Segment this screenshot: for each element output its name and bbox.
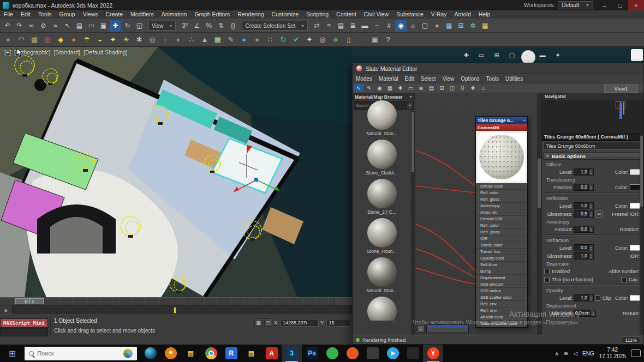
wrench-icon[interactable]: ✦ [553,51,562,59]
target-icon[interactable]: ◎ [317,34,329,45]
gray-sphere-icon[interactable]: ● [251,34,263,45]
vray-check-icon[interactable]: ✔ [290,34,302,45]
timeline[interactable]: 0 / 1 [0,297,352,305]
render-setup-icon[interactable]: ☼ [407,20,419,32]
select-object-icon[interactable]: ↖ [62,20,73,32]
network-icon[interactable]: ≋ [564,351,568,357]
taskbar-app-dark-2[interactable] [403,345,423,362]
sheet-icon[interactable]: ▯ [343,34,355,45]
red-book-icon[interactable]: ▥ [41,34,53,45]
taskbar-app-telegram[interactable]: ➤ [383,345,403,362]
light-lister-icon[interactable]: ✦ [303,34,315,45]
language-indicator[interactable]: ENG [582,351,594,357]
node-slot[interactable]: Opacity color [476,255,527,262]
corona-sphere-icon[interactable]: ● [2,34,14,45]
maximize-button[interactable]: □ [612,0,628,10]
curve-editor-icon[interactable]: ~ [371,20,383,32]
camera-icon[interactable]: ▣ [369,34,381,45]
taskbar-app-chrome[interactable] [201,345,221,362]
percent-snap-icon[interactable]: % [203,20,214,32]
reflection-level-spinner[interactable]: 1,0▴▾ [574,202,594,209]
editor-menu-item[interactable]: Modes [353,74,375,83]
node-slot[interactable]: Refl. color [476,190,527,196]
redo-icon[interactable]: ↷ [14,20,25,32]
assign-material-icon[interactable]: ✚ [396,84,405,92]
bind-to-space-warp-icon[interactable]: ≈ [50,20,61,32]
menu-item[interactable]: Help [475,10,494,18]
time-slider[interactable]: 0 / 1 [15,298,44,304]
slot-socket[interactable] [476,185,477,188]
clip-checkbox[interactable] [595,295,600,301]
menu-item[interactable]: Animation [158,10,191,18]
slot-socket[interactable] [476,283,477,286]
message-icon[interactable]: ▬ [538,51,547,59]
workspaces-dropdown[interactable]: Default▼ [558,1,593,9]
umbrella-icon[interactable]: ☂ [81,34,93,45]
keyframe-marker[interactable] [174,307,176,313]
menu-item[interactable]: Substance [392,10,427,18]
edit-named-selection-sets-icon[interactable]: {} [227,20,238,32]
x-coordinate-field[interactable]: 14265,207r [281,319,319,327]
align-icon[interactable]: ≡ [323,20,335,32]
menu-item[interactable]: Views [79,10,102,18]
node-graph-view[interactable]: Tiles Grunge 6... − CoronaMtl Diffuse co… [415,93,541,335]
unlink-selection-icon[interactable]: ⊘ [38,20,49,32]
grid-object-icon[interactable]: ▦ [212,34,224,45]
node-slot[interactable]: Self-illum. [476,262,527,268]
marquee-icon[interactable]: ▭ [477,51,486,59]
tree-icon[interactable]: ♣ [330,34,342,45]
taskbar-app-r[interactable]: R [221,345,241,362]
node-slot[interactable]: Anisotropy [476,203,527,209]
zoom-extents-icon[interactable]: ⌂ [479,84,488,92]
menu-item[interactable]: Create [102,10,127,18]
node-slot[interactable]: Refl. env. [476,301,527,307]
node-slot[interactable]: Volume scatter color [476,321,527,327]
menu-item[interactable]: Customize [268,10,303,18]
crate-icon[interactable]: ▩ [28,34,40,45]
material-list-item[interactable]: Stone_Claddi... [353,136,411,176]
track-bar[interactable]: ≡ [0,305,352,315]
select-and-move-icon[interactable]: ✚ [110,20,121,32]
menu-item[interactable]: Arnold [450,10,474,18]
ribbon-toggle-icon[interactable]: ▬ [359,20,371,32]
scatter-icon[interactable]: ∴ [186,34,198,45]
material-editor-icon[interactable]: ◉ [395,20,407,32]
menu-item[interactable]: V-Ray [427,10,451,18]
editor-menu-item[interactable]: Material [375,74,402,83]
select-by-name-icon[interactable]: ▤ [74,20,85,32]
slot-socket[interactable] [476,250,477,254]
taskbar-app-3dsmax[interactable]: 3 [282,345,302,362]
node-slot[interactable]: Transl. color [476,242,527,249]
taskbar-app-orange-circle[interactable] [342,345,362,362]
menu-item[interactable]: Rendering [234,10,267,18]
basic-options-rollout[interactable]: ▼ Basic options [543,152,642,160]
view1-tab[interactable]: View1 [604,85,638,93]
graph-scrollbar[interactable] [537,93,541,335]
snowflake-icon[interactable]: ❄ [133,34,145,45]
ceiling-light-icon[interactable]: ◒ [94,34,106,45]
select-and-scale-icon[interactable]: ◱ [134,20,145,32]
refresh-icon[interactable]: ↻ [277,34,289,45]
taskbar-app-dark[interactable] [362,345,383,362]
node-slot[interactable]: IOR [476,236,527,242]
add-view-icon[interactable]: ✚ [462,51,470,59]
menu-item[interactable]: Graph Editors [190,10,234,18]
viewport-label-segment[interactable]: [Default Shading] [84,49,128,56]
clock[interactable]: 7:42 17.11.2025 [599,347,626,360]
node-slot[interactable]: Aniso rot. [476,209,527,216]
feather-icon[interactable]: ✎ [225,34,237,45]
node-slot[interactable]: Refr. gloss. [476,229,527,236]
displacement-min-spinner[interactable]: 0,0mm▴▾ [574,310,596,317]
menu-item[interactable]: Tools [34,10,56,18]
color-clipboard-icon[interactable]: ▦ [479,20,491,32]
help-icon[interactable]: ? [382,34,394,45]
ies-light-icon[interactable]: ◎ [146,34,158,45]
refraction-glossiness-spinner[interactable]: 1,0▴▾ [574,252,594,260]
schematic-view-icon[interactable]: # [383,20,395,32]
close-button[interactable]: × [628,0,644,10]
notifications-icon[interactable] [631,349,641,357]
material-list-item[interactable]: Stone_2 ( C... [353,176,411,215]
graph-corner-icon[interactable]: ≡ [417,325,425,333]
editor-menu-item[interactable]: Utilities [502,74,526,83]
node-slot[interactable]: Diffuse color [476,183,527,190]
